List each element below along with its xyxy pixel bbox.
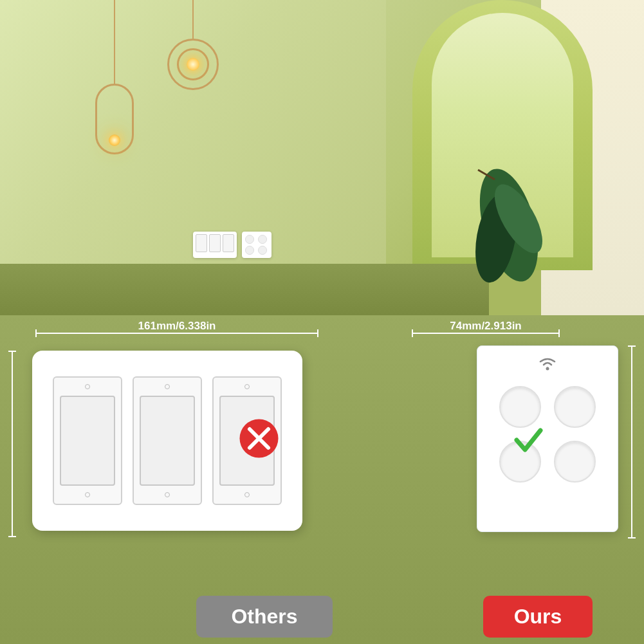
- room-switch-preview-box: [193, 232, 237, 258]
- room-switch-btn-3: [223, 234, 234, 252]
- switch-dot-top-3: [244, 384, 250, 389]
- room-remote-btn-3: [245, 246, 254, 255]
- pendant-ring-outer: [167, 39, 219, 90]
- dim-width-left-label: 161mm/6.338in: [138, 320, 216, 333]
- dim-height-right: 120mm/4.724in: [631, 345, 632, 538]
- ours-text: Ours: [514, 605, 562, 629]
- dim-height-left: 114mm/4.488in: [12, 351, 13, 537]
- switch-dot-bottom-1: [85, 492, 90, 497]
- pendant-ring-inner: [177, 48, 209, 80]
- dim-width-right-line: [412, 333, 560, 334]
- switch-dot-bottom-2: [165, 492, 170, 497]
- room-remote-btn-4: [258, 246, 267, 255]
- dim-height-left-line: [12, 351, 13, 537]
- svg-point-3: [546, 367, 549, 371]
- plant-svg: [470, 161, 547, 290]
- pendant-oval-1: [95, 84, 134, 154]
- x-mark: [238, 418, 280, 462]
- x-mark-svg: [238, 418, 280, 459]
- switch-unit-1: [53, 376, 122, 505]
- switch-unit-2: [133, 376, 202, 505]
- room-remote-btn-1: [245, 235, 254, 244]
- pendant-cord-1: [114, 0, 115, 84]
- switch-dot-top-2: [165, 384, 170, 389]
- switch-rect-1: [60, 396, 115, 486]
- switch-dot-top-1: [85, 384, 90, 389]
- room-remote-btn-2: [258, 235, 267, 244]
- room-preview: [193, 232, 271, 258]
- dim-tick-ht: [8, 351, 16, 352]
- wifi-icon: [538, 356, 557, 374]
- pendant-light-2: [167, 0, 219, 90]
- dim-tick-hb: [8, 536, 16, 537]
- floor: [0, 264, 489, 315]
- dim-tick-rhb: [628, 537, 636, 538]
- switch-rect-2: [140, 396, 195, 486]
- dim-tick-rht: [628, 345, 636, 347]
- room-background: [0, 0, 644, 315]
- switch-dot-bottom-3: [244, 492, 250, 497]
- check-mark-svg: [507, 418, 549, 459]
- circle-btn-4: [554, 441, 596, 483]
- room-switch-btn-2: [209, 234, 221, 252]
- check-mark: [507, 418, 549, 462]
- label-ours: Ours: [483, 596, 593, 638]
- others-text: Others: [231, 605, 297, 629]
- dim-width-left: 161mm/6.338in: [35, 320, 318, 334]
- dim-tick-rl: [412, 329, 413, 337]
- plant: [470, 161, 535, 277]
- dim-tick-l: [35, 329, 37, 337]
- room-switch-btn-1: [196, 234, 207, 252]
- room-remote-preview-box: [242, 232, 271, 258]
- pendant-cord-2: [192, 0, 194, 39]
- label-others: Others: [196, 596, 333, 638]
- pendant-light-1: [95, 0, 134, 154]
- pendant-bulb: [187, 58, 199, 71]
- dim-height-right-line: [631, 345, 632, 538]
- dim-tick-r: [317, 329, 318, 337]
- circle-btn-2: [554, 386, 596, 428]
- dim-tick-rr: [558, 329, 560, 337]
- dim-width-left-line: [35, 333, 318, 334]
- main-container: 161mm/6.338in 74mm/2.913in 114mm/4.488in…: [0, 0, 644, 644]
- dim-width-right-label: 74mm/2.913in: [450, 320, 522, 333]
- wifi-svg: [538, 356, 557, 371]
- dim-width-right: 74mm/2.913in: [412, 320, 560, 334]
